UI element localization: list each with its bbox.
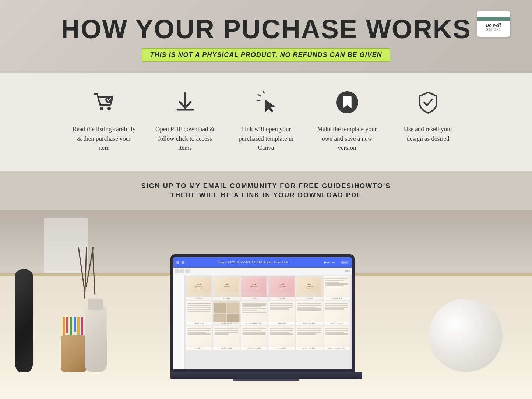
page-label-1: 2 · COVER — [186, 297, 212, 300]
page-thumb-7: VISION PLAN — [186, 301, 212, 325]
page-thumb-1: ADHDPLANNER 2 · COVER — [186, 276, 212, 300]
step-1: Read the listing carefully & then purcha… — [64, 88, 145, 153]
step-4: Make the template your own and save a ne… — [307, 88, 388, 153]
page-thumb-13: ICE MEAL — [186, 326, 212, 350]
page-label-7: VISION PLAN — [186, 322, 212, 325]
toolbar-btn-1 — [175, 269, 179, 273]
page-thumb-18: MEDICATION TRACKER — [324, 326, 350, 350]
canva-pages: ADHDPLANNER 2 · COVER ADHDPLANNER 3 · CO… — [184, 275, 352, 369]
pages-row-2: VISION PLAN VISION BOARD — [186, 301, 350, 325]
page-thumb-12: ANXIETY TRACKER — [324, 301, 350, 325]
logo-text-top: Be Well — [486, 22, 501, 28]
page-thumb-16: CALORIE LOG — [268, 326, 295, 350]
pages-row-3: ICE MEAL MEAL PLANNER — [186, 326, 350, 350]
page-thumb-10: TEMPLATES — [268, 301, 295, 325]
page-thumb-8: VISION BOARD — [213, 301, 240, 325]
page-thumb-6: 7 · HOW TO USE — [324, 276, 350, 300]
page-label-9: MONTHLY REFLECTION — [241, 322, 267, 325]
page-label-11: MOOD TRACKER — [296, 322, 323, 325]
shield-check-icon — [413, 88, 443, 117]
svg-point-0 — [100, 107, 103, 110]
svg-line-4 — [258, 95, 261, 96]
canva-toolbar: 100% — [173, 268, 352, 275]
page-label-13: ICE MEAL — [186, 347, 212, 350]
step-2: Open PDF download & follow click to acce… — [145, 88, 226, 153]
page-label-15: EXERCISE TRACKER — [241, 347, 267, 350]
email-line-1: SIGN UP TO MY EMAIL COMMUNITY FOR FREE G… — [22, 182, 510, 190]
laptop: Copy of NEW ORGANIZED ADHD Planner - Can… — [170, 254, 362, 379]
step-1-text: Read the listing carefully & then purcha… — [71, 124, 137, 153]
page-title: HOW YOUR PUCHASE WORKS — [29, 15, 503, 44]
canva-print-btn: Print — [341, 261, 349, 264]
page-thumb-5: ADHDPLANNER 6 · COVER — [296, 276, 323, 300]
page-thumb-4: ADHDPLANNER 5 · COVER — [268, 276, 295, 300]
page-label-14: MEAL PLANNER — [213, 347, 240, 350]
canva-content: ADHDPLANNER 2 · COVER ADHDPLANNER 3 · CO… — [173, 275, 352, 369]
page-thumb-17: HABIT TRACKER — [296, 326, 323, 350]
page-label-6: 7 · HOW TO USE — [324, 297, 350, 300]
page-thumb-9: MONTHLY REFLECTION — [241, 301, 267, 325]
page-label-18: MEDICATION TRACKER — [324, 347, 350, 350]
email-line-2: THERE WILL BE A LINK IN YOUR DOWNLOAD PD… — [22, 191, 510, 199]
page-label-12: ANXIETY TRACKER — [324, 322, 350, 325]
toolbar-btn-2 — [180, 269, 184, 273]
step-5: Use and resell your design as desired — [388, 88, 469, 153]
canva-header: Copy of NEW ORGANIZED ADHD Planner - Can… — [173, 257, 352, 268]
decorative-sticks — [81, 247, 94, 299]
top-section: Be Well DESIGNS HOW YOUR PUCHASE WORKS T… — [0, 0, 532, 73]
toolbar-btn-3 — [185, 269, 190, 273]
email-section: SIGN UP TO MY EMAIL COMMUNITY FOR FREE G… — [0, 171, 532, 210]
page-label-17: HABIT TRACKER — [296, 347, 323, 350]
page-thumb-15: EXERCISE TRACKER — [241, 326, 267, 350]
white-round-vase — [429, 287, 503, 372]
page-label-10: TEMPLATES — [268, 322, 295, 325]
svg-line-3 — [263, 91, 264, 93]
page-label-5: 6 · COVER — [296, 297, 323, 300]
canva-preview-btn: ▶ Preview — [324, 261, 335, 264]
step-3-text: Link will open your purchased template i… — [233, 124, 299, 153]
step-5-text: Use and resell your design as desired — [395, 124, 461, 143]
svg-point-1 — [107, 107, 111, 110]
logo: Be Well DESIGNS — [477, 11, 510, 37]
black-vase — [15, 254, 33, 372]
step-2-text: Open PDF download & follow click to acce… — [152, 124, 218, 153]
canva-sidebar — [173, 275, 184, 369]
download-icon — [170, 88, 200, 117]
page-thumb-2: ADHDPLANNER 3 · COVER — [213, 276, 240, 300]
page-thumb-11: MOOD TRACKER — [296, 301, 323, 325]
page-thumb-14: MEAL PLANNER — [213, 326, 240, 350]
page-label-4: 5 · COVER — [268, 297, 295, 300]
step-4-text: Make the template your own and save a ne… — [314, 124, 380, 153]
white-vase-left — [81, 276, 110, 372]
page-thumb-3: ADHDPLANNER 4 · COVER — [241, 276, 267, 300]
page-label-3: 4 · COVER — [241, 297, 267, 300]
cart-check-icon — [89, 88, 119, 117]
canva-menu-dot — [176, 261, 179, 264]
pages-row-1: ADHDPLANNER 2 · COVER ADHDPLANNER 3 · CO… — [186, 276, 350, 300]
step-3: Link will open your purchased template i… — [226, 88, 307, 153]
canva-title: Copy of NEW ORGANIZED ADHD Planner - Can… — [187, 261, 320, 264]
laptop-base — [170, 372, 362, 379]
canva-menu-dot-2 — [182, 261, 184, 264]
desk-section: Copy of NEW ORGANIZED ADHD Planner - Can… — [0, 210, 532, 399]
click-cursor-icon — [251, 88, 281, 117]
laptop-screen: Copy of NEW ORGANIZED ADHD Planner - Can… — [170, 254, 355, 372]
subtitle-banner: THIS IS NOT A PHYSICAL PRODUCT, NO REFUN… — [142, 48, 390, 62]
steps-section: Read the listing carefully & then purcha… — [0, 73, 532, 171]
bookmark-circle-icon — [332, 88, 362, 117]
page-label-2: 3 · COVER — [213, 297, 240, 300]
zoom-level: 100% — [345, 270, 350, 272]
page-label-16: CALORIE LOG — [268, 347, 295, 350]
logo-text-bottom: DESIGNS — [486, 28, 501, 31]
page-label-8: VISION BOARD — [213, 322, 240, 325]
